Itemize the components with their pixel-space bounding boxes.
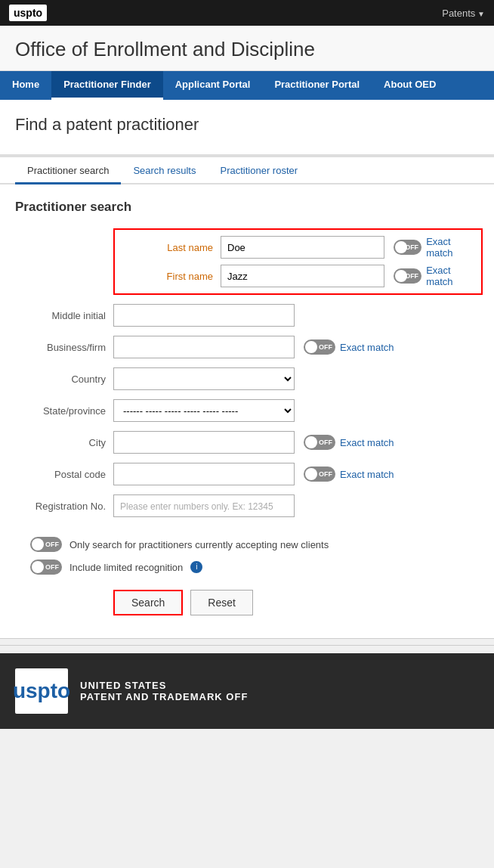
accepting-clients-toggle[interactable]: OFF (30, 537, 62, 552)
city-group: City OFF Exact match (15, 431, 479, 454)
middle-initial-label: Middle initial (15, 310, 113, 321)
first-name-exact-match-group: OFF Exact match (394, 265, 474, 287)
country-group: Country (15, 367, 479, 390)
nav-item-about-oed[interactable]: About OED (372, 71, 448, 100)
postal-code-exact-match-label: Exact match (340, 469, 394, 480)
last-name-input[interactable] (221, 236, 384, 259)
search-button[interactable]: Search (113, 590, 183, 615)
limited-recognition-label: Include limited recognition (69, 562, 183, 573)
tab-search-results[interactable]: Search results (121, 157, 208, 184)
tab-practitioner-roster[interactable]: Practitioner roster (208, 157, 310, 184)
reset-button[interactable]: Reset (190, 590, 253, 615)
first-name-input[interactable] (221, 265, 384, 287)
first-name-exact-match-toggle[interactable]: OFF (394, 268, 422, 284)
postal-code-input[interactable] (113, 463, 295, 485)
registration-no-group: Registration No. (15, 494, 479, 517)
nav-item-home[interactable]: Home (0, 71, 51, 100)
tabs-container: Practitioner search Search results Pract… (0, 157, 494, 184)
nav-item-practitioner-portal[interactable]: Practitioner Portal (262, 71, 372, 100)
page-content-header: Find a patent practitioner (0, 100, 494, 154)
footer-text: UNITED STATES PATENT AND TRADEMARK OFF (80, 680, 248, 702)
business-firm-exact-match-label: Exact match (340, 342, 394, 353)
header-title: Office of Enrollment and Discipline (15, 38, 479, 61)
top-bar: uspto Patents (0, 0, 494, 26)
footer-line1: UNITED STATES (80, 680, 248, 691)
business-firm-exact-match-toggle[interactable]: OFF (304, 339, 335, 355)
button-row: Search Reset (113, 590, 479, 615)
last-name-exact-match-toggle[interactable]: OFF (394, 240, 422, 255)
state-province-group: State/province ------ ----- ----- ----- … (15, 399, 479, 422)
uspto-logo: uspto (9, 5, 47, 21)
country-select[interactable] (113, 367, 295, 390)
city-label: City (15, 437, 113, 448)
tab-practitioner-search[interactable]: Practitioner search (15, 157, 121, 184)
first-name-label: First name (122, 271, 221, 282)
header: Office of Enrollment and Discipline (0, 26, 494, 71)
middle-initial-group: Middle initial (15, 304, 479, 327)
business-firm-label: Business/firm (15, 342, 113, 353)
first-name-exact-match-label: Exact match (426, 265, 474, 287)
registration-no-label: Registration No. (15, 501, 113, 512)
divider-bottom2 (0, 645, 494, 646)
limited-recognition-toggle[interactable]: OFF (30, 560, 62, 575)
last-name-exact-match-label: Exact match (426, 236, 474, 259)
accepting-clients-row: OFF Only search for practitioners curren… (30, 537, 479, 552)
postal-code-label: Postal code (15, 469, 113, 480)
city-exact-match-group: OFF Exact match (304, 435, 394, 450)
form-area: Practitioner search Last name OFF Exact … (0, 184, 494, 638)
state-province-select[interactable]: ------ ----- ----- ----- ----- ----- (113, 399, 295, 422)
country-label: Country (15, 374, 113, 385)
limited-recognition-info-icon[interactable]: i (190, 561, 202, 573)
registration-no-input[interactable] (113, 494, 295, 517)
section-title: Practitioner search (15, 200, 479, 215)
limited-recognition-row: OFF Include limited recognition i (30, 560, 479, 575)
main-nav: Home Practitioner Finder Applicant Porta… (0, 71, 494, 100)
state-province-label: State/province (15, 405, 113, 417)
page-title: Find a patent practitioner (15, 115, 479, 135)
nav-item-applicant-portal[interactable]: Applicant Portal (163, 71, 263, 100)
last-name-exact-match-group: OFF Exact match (394, 236, 474, 259)
business-firm-group: Business/firm OFF Exact match (15, 336, 479, 358)
city-input[interactable] (113, 431, 295, 454)
footer: uspto UNITED STATES PATENT AND TRADEMARK… (0, 653, 494, 729)
middle-initial-input[interactable] (113, 304, 295, 327)
nav-item-practitioner-finder[interactable]: Practitioner Finder (51, 71, 163, 100)
accepting-clients-label: Only search for practitioners currently … (69, 539, 329, 550)
city-exact-match-label: Exact match (340, 437, 394, 448)
patents-dropdown[interactable]: Patents (442, 8, 485, 19)
footer-logo: uspto (15, 668, 68, 714)
business-firm-exact-match-group: OFF Exact match (304, 339, 394, 355)
postal-code-exact-match-group: OFF Exact match (304, 467, 394, 482)
last-name-label: Last name (122, 242, 221, 253)
postal-code-exact-match-toggle[interactable]: OFF (304, 467, 335, 482)
city-exact-match-toggle[interactable]: OFF (304, 435, 335, 450)
spacer (0, 639, 494, 645)
footer-line2: PATENT AND TRADEMARK OFF (80, 691, 248, 702)
business-firm-input[interactable] (113, 336, 295, 358)
postal-code-group: Postal code OFF Exact match (15, 463, 479, 485)
